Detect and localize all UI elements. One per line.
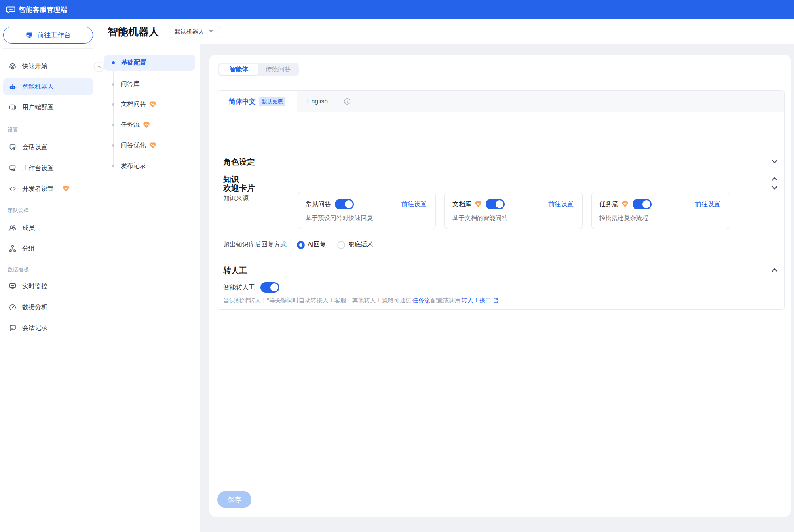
info-icon[interactable] bbox=[344, 98, 351, 105]
default-fallback-badge: 默认兜底 bbox=[259, 97, 285, 106]
section-divider bbox=[223, 258, 779, 258]
chevron-down-icon[interactable] bbox=[770, 157, 779, 166]
sidebar-item-workbench-settings[interactable]: 工作台设置 bbox=[3, 160, 93, 177]
subnav-item-qa-optimization[interactable]: 问答优化 bbox=[104, 137, 195, 154]
subnav-item-task-flow[interactable]: 任务流 bbox=[104, 117, 195, 133]
sidebar-item-label: 用户端配置 bbox=[22, 103, 54, 112]
sidebar-item-label: 智能机器人 bbox=[22, 83, 54, 91]
knowledge-card-doc-library: 文档库 前往设置 基于文档的智能问答 bbox=[444, 192, 583, 229]
goto-settings-link[interactable]: 前往设置 bbox=[401, 200, 427, 209]
subnav-item-label: 任务流 bbox=[121, 121, 140, 129]
sidebar-item-quick-start[interactable]: 快速开始 bbox=[3, 57, 93, 75]
sidebar-item-developer-settings[interactable]: 开发者设置 bbox=[3, 180, 93, 198]
goto-settings-link[interactable]: 前往设置 bbox=[548, 200, 574, 209]
radio-label: AI回复 bbox=[308, 241, 326, 249]
card-description: 轻松搭建复杂流程 bbox=[599, 214, 648, 222]
subnav-item-label: 文档问答 bbox=[121, 100, 146, 108]
sidebar-collapse-button[interactable]: « bbox=[94, 62, 104, 72]
section-divider bbox=[223, 140, 779, 140]
chevron-down-icon[interactable] bbox=[770, 183, 779, 192]
subnav-item-label: 基础配置 bbox=[121, 59, 146, 67]
subnav-item-qa-library[interactable]: 问答库 bbox=[104, 76, 195, 92]
toggle-knob bbox=[642, 200, 650, 208]
toggle-knob bbox=[345, 200, 353, 208]
chevron-down-icon bbox=[209, 30, 213, 33]
topbar: 智能客服管理端 bbox=[0, 0, 794, 19]
external-link-icon[interactable] bbox=[493, 298, 499, 304]
sidebar-section-settings: 设置 bbox=[8, 127, 18, 134]
subnav-item-label: 问答库 bbox=[121, 80, 140, 88]
bot-selector-dropdown[interactable]: 默认机器人 bbox=[169, 26, 220, 38]
workspace-monitor-icon bbox=[25, 31, 33, 39]
content-card: 智能体 传统问答 简体中文 默认兜底 English bbox=[209, 55, 791, 517]
app-logo-chat-bubble-icon bbox=[6, 5, 16, 15]
sidebar-item-realtime-monitor[interactable]: 实时监控 bbox=[3, 277, 93, 295]
sidebar-item-label: 数据分析 bbox=[22, 303, 47, 312]
language-tab-label: English bbox=[307, 98, 328, 105]
language-panel: 简体中文 默认兜底 English 角色设定 欢迎卡 bbox=[217, 90, 785, 310]
device-icon bbox=[9, 103, 17, 111]
page: 智能客服管理端 前往工作台 快速开始 bbox=[0, 0, 794, 532]
goto-workspace-button[interactable]: 前往工作台 bbox=[3, 27, 93, 44]
sidebar-item-label: 实时监控 bbox=[22, 282, 47, 291]
monitor-chart-icon bbox=[9, 282, 17, 290]
card-title: 文档库 bbox=[452, 200, 471, 209]
sidebar-item-groups[interactable]: 分组 bbox=[3, 240, 93, 257]
note-text: 。 bbox=[500, 297, 506, 304]
language-tabbar: 简体中文 默认兜底 English bbox=[217, 91, 784, 112]
sidebar-item-members[interactable]: 成员 bbox=[3, 219, 93, 237]
knowledge-source-label: 知识来源 bbox=[223, 194, 249, 203]
radio-ai-reply[interactable] bbox=[297, 241, 305, 249]
sidebar-item-session-records[interactable]: 会话记录 bbox=[3, 319, 93, 336]
smart-handoff-toggle[interactable] bbox=[260, 282, 279, 293]
task-flow-link[interactable]: 任务流 bbox=[412, 297, 430, 304]
sidebar-item-client-config[interactable]: 用户端配置 bbox=[3, 99, 93, 116]
knowledge-card-task-flow: 任务流 前往设置 轻松搭建复杂流程 bbox=[591, 192, 729, 229]
toggle-knob bbox=[496, 200, 503, 208]
sidebar-item-label: 开发者设置 bbox=[22, 185, 54, 193]
sidebar-item-chatbot[interactable]: 智能机器人 bbox=[3, 78, 93, 95]
card-description: 基于预设问答对快速回复 bbox=[306, 214, 373, 222]
card-title: 任务流 bbox=[599, 200, 618, 209]
tab-english[interactable]: English bbox=[297, 91, 338, 112]
doc-library-toggle[interactable] bbox=[486, 199, 505, 209]
goto-settings-link[interactable]: 前往设置 bbox=[695, 200, 720, 209]
handoff-api-link[interactable]: 转人工接口 bbox=[462, 297, 491, 304]
sidebar: 前往工作台 快速开始 智能机器人 bbox=[0, 19, 99, 532]
subnav-item-publish-records[interactable]: 发布记录 bbox=[104, 158, 195, 174]
sidebar-item-data-analysis[interactable]: 数据分析 bbox=[3, 298, 93, 316]
bullet-dot-icon bbox=[112, 124, 114, 126]
note-text: 当识别到"转人工"等关键词时自动转接人工客服。其他转人工策略可通过 bbox=[223, 297, 412, 304]
chevron-up-icon[interactable] bbox=[770, 175, 779, 183]
fallback-row: 超出知识库后回复方式 AI回复 兜底话术 bbox=[223, 241, 373, 249]
vip-diamond-icon bbox=[149, 101, 156, 108]
smart-handoff-row: 智能转人工 bbox=[223, 282, 279, 293]
faq-toggle[interactable] bbox=[335, 199, 354, 209]
tab-simplified-chinese[interactable]: 简体中文 默认兜底 bbox=[217, 91, 297, 112]
page-title: 智能机器人 bbox=[108, 25, 159, 39]
knowledge-card-faq: 常见问答 前往设置 基于预设问答对快速回复 bbox=[298, 192, 436, 229]
app-title: 智能客服管理端 bbox=[19, 5, 68, 14]
task-flow-toggle[interactable] bbox=[633, 199, 652, 209]
sidebar-item-session-settings[interactable]: 会话设置 bbox=[3, 139, 93, 156]
subnav-item-doc-qa[interactable]: 文档问答 bbox=[104, 96, 195, 112]
fallback-label: 超出知识库后回复方式 bbox=[223, 241, 287, 249]
subnav-item-basic-config[interactable]: 基础配置 bbox=[104, 55, 195, 71]
footer-divider bbox=[209, 481, 791, 481]
tab-traditional-qa[interactable]: 传统问答 bbox=[258, 64, 298, 75]
robot-icon bbox=[9, 83, 17, 91]
card-title: 常见问答 bbox=[306, 200, 331, 209]
subnav-item-label: 问答优化 bbox=[121, 141, 146, 150]
bullet-dot-icon bbox=[112, 144, 114, 147]
sidebar-item-label: 快速开始 bbox=[22, 62, 47, 70]
chevron-up-icon[interactable] bbox=[770, 266, 779, 274]
sidebar-section-dashboard: 数据看板 bbox=[8, 266, 29, 273]
radio-fallback-script[interactable] bbox=[337, 241, 345, 249]
section-knowledge: 知识 bbox=[223, 174, 239, 185]
tabs-divider bbox=[218, 84, 782, 84]
tab-agent[interactable]: 智能体 bbox=[219, 64, 258, 75]
header: 智能机器人 默认机器人 bbox=[99, 19, 794, 44]
sidebar-item-label: 分组 bbox=[22, 245, 35, 253]
sidebar-divider bbox=[3, 48, 93, 49]
save-button[interactable]: 保存 bbox=[217, 491, 251, 508]
